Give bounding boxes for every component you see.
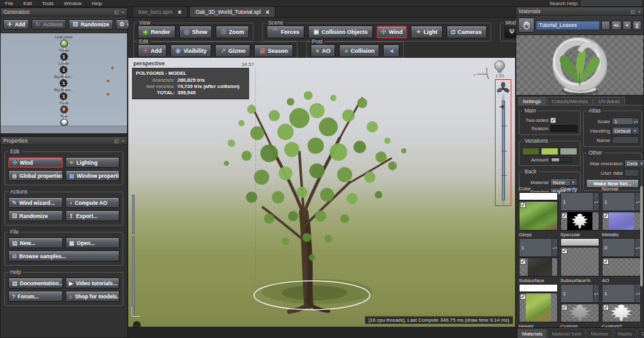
subsurface-texture[interactable]: ✓ <box>519 293 558 322</box>
color-swatch[interactable] <box>519 192 558 200</box>
enable-checkbox[interactable]: ✓ <box>603 305 609 310</box>
bottom-tab-displacements[interactable]: Displacements <box>637 329 644 338</box>
metallic-stepper[interactable]: 0 <box>602 238 641 257</box>
close-panel-icon[interactable]: × <box>638 8 641 16</box>
hand-tool-button[interactable] <box>518 18 535 33</box>
search-help-input[interactable] <box>581 1 641 6</box>
close-tab-icon[interactable]: × <box>178 9 182 16</box>
open-button[interactable]: ▦Open... <box>65 237 120 248</box>
opacity-texture[interactable]: ✓ <box>560 212 599 231</box>
float-panel-icon[interactable]: ◱ <box>114 137 119 145</box>
node-big-branch-2[interactable]: Big Branc...1 <box>54 88 74 101</box>
gloss-stepper[interactable]: 1 <box>519 238 558 257</box>
enable-checkbox[interactable]: ✓ <box>603 213 609 219</box>
opacity-stepper[interactable]: 1 <box>560 192 599 211</box>
float-panel-icon[interactable]: ◱ <box>114 8 119 16</box>
browse-samples-button[interactable]: ⊙Browse samples... <box>8 251 119 261</box>
light-widget[interactable]: 1.50 <box>494 60 505 78</box>
enable-checkbox[interactable]: ✓ <box>562 248 567 254</box>
normal-texture[interactable]: ✓ <box>602 212 641 231</box>
enable-checkbox[interactable]: ✓ <box>520 259 526 264</box>
atlas-name-input[interactable] <box>612 136 639 144</box>
add-button[interactable]: ✛Add <box>3 19 29 30</box>
viewport-more-button[interactable]: ··· <box>133 321 141 327</box>
menu-window[interactable]: Window <box>58 0 86 7</box>
add-material-button[interactable]: + <box>623 21 631 30</box>
enable-checkbox[interactable]: ✓ <box>562 305 567 310</box>
material-dropdown-arrow[interactable] <box>601 21 610 30</box>
add-remove-material-button[interactable]: +/- <box>611 21 621 30</box>
normal-stepper[interactable]: 1 <box>602 192 641 211</box>
wind-properties-button[interactable]: ✣Wind <box>8 157 63 168</box>
tab-settings[interactable]: Settings <box>518 97 546 105</box>
wind-slider-handle[interactable] <box>499 105 504 109</box>
global-properties-button[interactable]: ◍Global properties <box>8 170 63 181</box>
back-button[interactable]: ◄ <box>383 45 399 57</box>
window-properties-button[interactable]: ▦Window properties <box>65 170 120 181</box>
specular-texture[interactable]: ✓ <box>560 247 599 276</box>
light-button[interactable]: ✦Light <box>411 26 442 38</box>
atlas-handling-select[interactable]: Default <box>612 127 639 134</box>
ao-stepper[interactable]: 1 <box>602 284 641 303</box>
wind-wizard-button[interactable]: ✎Wind wizard... <box>8 197 63 208</box>
viewport-3d[interactable]: perspective POLYGONS - MODEL branches:28… <box>128 58 515 327</box>
gizmo-button[interactable]: ↗Gizmo <box>215 45 250 57</box>
node-trunk[interactable]: TrunkY <box>59 101 69 114</box>
season-color-swatch[interactable] <box>550 125 577 132</box>
randomize-button[interactable]: ⚄Randomize <box>69 19 113 30</box>
close-panel-icon[interactable]: × <box>121 8 125 16</box>
variation-swatch-1[interactable] <box>522 148 540 155</box>
ao-texture[interactable]: ✓ <box>602 303 641 322</box>
close-panel-icon[interactable]: × <box>121 137 125 145</box>
tab-cutouts-meshes[interactable]: Cutouts/Meshes <box>547 97 593 105</box>
node-limbs[interactable]: Limbs1 <box>58 62 69 75</box>
subsurface-pct-texture[interactable]: ✓ <box>560 303 599 322</box>
actions-button[interactable]: ↻Actions <box>31 19 67 30</box>
specular-swatch[interactable] <box>560 238 599 246</box>
viewport-left-slider[interactable] <box>130 195 135 318</box>
bottom-tab-material-sets[interactable]: Material Sets <box>547 329 586 338</box>
amount-slider[interactable] <box>550 157 572 163</box>
menu-tools[interactable]: Tools <box>37 0 59 7</box>
new-button[interactable]: ▤New... <box>8 237 63 248</box>
randomize-button[interactable]: ⚄Randomize <box>8 210 63 221</box>
shop-models-button[interactable]: ⌂Shop for models... <box>65 291 120 302</box>
collision-objects-button[interactable]: ▣Collision Objects <box>308 26 373 38</box>
ao-button[interactable]: ●AO <box>311 45 336 57</box>
documentation-button[interactable]: ▤Documentation... <box>8 278 63 288</box>
gloss-texture[interactable]: ✓ <box>519 258 558 276</box>
variation-swatch-3[interactable] <box>560 148 577 155</box>
render-button[interactable]: ◉Render <box>138 26 175 38</box>
atlas-scale-stepper[interactable]: 1 <box>612 117 639 125</box>
collision-button[interactable]: ◕Collision <box>339 45 379 57</box>
wind-button[interactable]: ✣Wind <box>377 26 407 38</box>
video-tutorials-button[interactable]: ▶Video tutorials... <box>65 278 120 288</box>
two-sided-checkbox[interactable]: ✓ <box>550 117 556 123</box>
zoom-button[interactable]: ⊙Zoom <box>216 26 249 38</box>
show-button[interactable]: ◎Show <box>179 26 213 38</box>
tab-tree-hero[interactable]: tree_hero.spm × <box>132 6 188 17</box>
close-tab-icon[interactable]: × <box>266 9 270 16</box>
material-select[interactable]: Tutorial_Leaves <box>536 21 600 30</box>
materials-scrollbar[interactable] <box>640 186 643 286</box>
wind-strength-slider[interactable]: Max Min <box>495 79 511 206</box>
forces-button[interactable]: ⌒Forces <box>267 26 304 38</box>
tab-uv-areas[interactable]: UV Areas <box>594 97 625 105</box>
export-button[interactable]: ↥Export... <box>65 210 120 221</box>
node-graph[interactable]: Leaf mesh Twigs1 Limbs1 Big Branc...1 Bi… <box>1 33 127 126</box>
bottom-tab-masks[interactable]: Masks <box>613 329 636 338</box>
subsurface-swatch[interactable] <box>519 284 558 292</box>
max-resolution-select[interactable]: Default <box>625 160 644 167</box>
material-preview[interactable] <box>516 35 643 95</box>
visibility-button[interactable]: ◉Visibility <box>170 45 212 57</box>
forum-button[interactable]: ?Forum... <box>8 291 63 302</box>
season-button[interactable]: ▦Season <box>254 45 292 57</box>
wind-slider-track[interactable] <box>502 101 505 200</box>
node-leaf-mesh[interactable]: Leaf mesh <box>55 35 72 48</box>
enable-checkbox[interactable]: ✓ <box>520 202 526 208</box>
enable-checkbox[interactable]: ✓ <box>562 213 567 219</box>
node-twigs[interactable]: Twigs1 <box>59 48 69 62</box>
menu-edit[interactable]: Edit <box>18 0 37 7</box>
bottom-tab-materials[interactable]: Materials <box>518 329 547 338</box>
tab-oak-tutorial[interactable]: Oak_3D_World_Tutorial.spl × <box>189 6 276 17</box>
